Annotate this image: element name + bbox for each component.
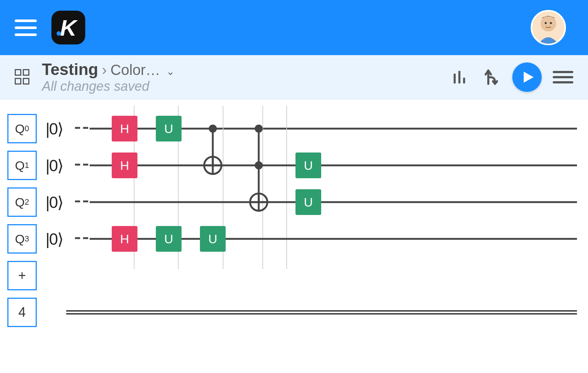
- qubit-row: Q1|0⟩HU: [7, 147, 577, 184]
- bar-chart-icon[interactable]: [449, 67, 470, 87]
- qubit-wire[interactable]: HU: [75, 147, 577, 184]
- breadcrumb-file[interactable]: Color…: [111, 62, 161, 78]
- save-status: All changes saved: [42, 79, 175, 94]
- qubit-ket: |0⟩: [46, 119, 75, 138]
- avatar[interactable]: [531, 10, 566, 45]
- add-qubit-button[interactable]: +: [7, 261, 37, 290]
- qubit-label[interactable]: Q3: [7, 224, 37, 254]
- chevron-down-icon[interactable]: ⌄: [164, 65, 175, 78]
- svg-point-3: [550, 22, 552, 24]
- gate-h[interactable]: H: [112, 226, 137, 252]
- gate-h[interactable]: H: [112, 116, 137, 141]
- app-logo[interactable]: K: [51, 11, 85, 44]
- svg-marker-8: [524, 72, 534, 83]
- qubit-ket: |0⟩: [46, 156, 75, 175]
- gate-link: [258, 129, 260, 202]
- breadcrumb: Testing › Color… ⌄ All changes saved: [42, 60, 175, 94]
- add-qubit-row: +: [7, 257, 577, 294]
- gate-link: [212, 129, 214, 165]
- qubit-row: Q3|0⟩HUU: [7, 220, 577, 257]
- menu-icon[interactable]: [553, 67, 573, 87]
- qubit-row: Q0|0⟩HU: [7, 110, 577, 147]
- branch-icon[interactable]: [481, 67, 501, 87]
- gate-h[interactable]: H: [112, 153, 137, 178]
- gate-u[interactable]: U: [295, 153, 321, 178]
- run-button[interactable]: [512, 62, 542, 92]
- qubit-row: Q2|0⟩U: [7, 184, 577, 220]
- qubit-ket: |0⟩: [46, 193, 75, 212]
- classical-wire: [66, 294, 577, 331]
- qubit-label[interactable]: Q2: [7, 187, 37, 217]
- circuit-canvas: Q0|0⟩HUQ1|0⟩HUQ2|0⟩UQ3|0⟩HUU + 4: [0, 99, 588, 342]
- breadcrumb-project[interactable]: Testing: [42, 60, 98, 79]
- gate-u[interactable]: U: [295, 189, 321, 215]
- svg-point-2: [545, 22, 546, 24]
- gate-u[interactable]: U: [200, 226, 226, 252]
- qubit-label[interactable]: Q1: [7, 151, 37, 180]
- qubit-wire[interactable]: HUU: [75, 220, 577, 257]
- grid-icon[interactable]: [15, 69, 31, 85]
- app-topbar: K: [0, 0, 588, 55]
- hamburger-icon[interactable]: [15, 17, 37, 39]
- qubit-ket: |0⟩: [46, 230, 75, 248]
- classical-register-row: 4: [7, 294, 577, 331]
- qubit-wire[interactable]: U: [75, 184, 577, 220]
- qubit-wire[interactable]: HU: [75, 110, 577, 147]
- qubit-label[interactable]: Q0: [7, 114, 37, 143]
- classical-register-label[interactable]: 4: [7, 298, 37, 327]
- app-logo-letter: K: [60, 15, 77, 41]
- breadcrumb-separator: ›: [102, 62, 107, 78]
- gate-u[interactable]: U: [156, 226, 182, 252]
- gate-u[interactable]: U: [156, 116, 182, 141]
- project-toolbar: Testing › Color… ⌄ All changes saved: [0, 55, 588, 99]
- svg-point-1: [541, 16, 556, 31]
